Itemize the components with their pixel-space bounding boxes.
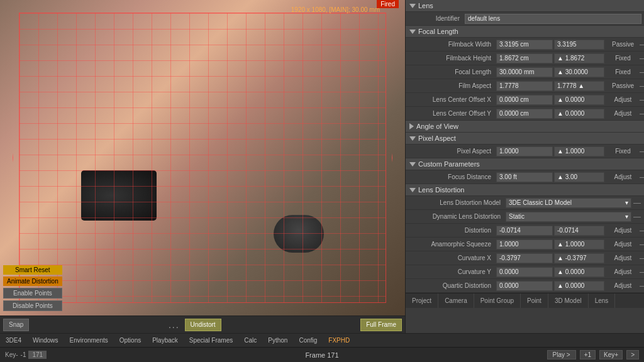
pixel-aspect-label: Pixel Aspect: [408, 148, 496, 155]
aov-label: Angle of View: [416, 123, 458, 130]
filmback-width-row: Filmback Width 3.3195 cm 3.3195 Passive …: [406, 38, 644, 52]
tab-lens[interactable]: Lens: [589, 293, 616, 308]
distortion-arrow[interactable]: -0.0714: [554, 226, 604, 236]
quartic-mode: Adjust: [604, 282, 639, 289]
lens-distortion-header: Lens Distortion: [406, 184, 644, 196]
focal-length-collapse-icon[interactable]: [409, 30, 416, 34]
curvature-x-arrow[interactable]: ▲ -0.3797: [554, 253, 604, 263]
aov-collapse-icon[interactable]: [409, 123, 414, 129]
menu-playback[interactable]: Playback: [150, 337, 180, 344]
viewport-area: 1920 x 1080, [MAIN]; 30.00 mm Fired Smar…: [0, 0, 405, 333]
menu-special-frames[interactable]: Special Frames: [187, 337, 235, 344]
filmback-height-mode: Fixed: [604, 55, 639, 62]
play-button[interactable]: Play >: [547, 350, 576, 359]
filmback-width-arrow[interactable]: 3.3195: [554, 40, 604, 50]
dynamic-lens-label: Dynamic Lens Distortion: [408, 213, 506, 220]
menu-3de4[interactable]: 3DE4: [3, 337, 24, 344]
distortion-frame: [13, 6, 392, 309]
dynamic-lens-value[interactable]: Static ▾: [506, 212, 631, 222]
lens-distortion-model-value[interactable]: 3DE Classic LD Model ▾: [506, 198, 631, 208]
tab-project[interactable]: Project: [406, 293, 438, 308]
filmback-height-minus[interactable]: —: [639, 54, 644, 63]
focal-length-arrow[interactable]: ▲ 30.0000: [554, 67, 604, 77]
film-aspect-minus[interactable]: —: [639, 82, 644, 90]
curvature-y-label: Curvature Y: [408, 268, 496, 275]
curvature-y-minus[interactable]: —: [639, 268, 644, 277]
anamorphic-minus[interactable]: —: [639, 240, 644, 249]
arrow-right-button[interactable]: >: [626, 350, 639, 359]
key-minus-value: -1: [21, 351, 26, 358]
pixel-aspect-row: Pixel Aspect 1.0000 ▲ 1.0000 Fixed —: [406, 145, 644, 158]
lens-collapse-icon[interactable]: [409, 4, 416, 8]
curvature-x-minus[interactable]: —: [639, 254, 644, 263]
menu-fxphd[interactable]: FXPHD: [326, 337, 352, 344]
dynamic-lens-minus[interactable]: —: [633, 212, 641, 221]
distortion-minus[interactable]: —: [639, 226, 644, 235]
enable-points-button[interactable]: Enable Points: [3, 288, 62, 299]
pixel-aspect-collapse-icon[interactable]: [409, 136, 416, 141]
quartic-row: Quartic Distortion 0.0000 ▲ 0.0000 Adjus…: [406, 279, 644, 293]
left-buttons: Smart Reset Animate Distortion Enable Po…: [3, 265, 62, 311]
plus-one-button[interactable]: +1: [580, 350, 596, 359]
filmback-width-minus[interactable]: —: [639, 40, 644, 49]
key-plus-button[interactable]: Key+: [599, 350, 623, 359]
film-aspect-arrow[interactable]: 1.7778 ▲: [554, 81, 604, 91]
custom-params-collapse-icon[interactable]: [409, 162, 416, 167]
quartic-arrow[interactable]: ▲ 0.0000: [554, 281, 604, 291]
curvature-y-arrow[interactable]: ▲ 0.0000: [554, 267, 604, 277]
animate-distortion-button[interactable]: Animate Distortion: [3, 277, 62, 286]
menu-options[interactable]: Options: [117, 337, 143, 344]
anamorphic-arrow[interactable]: ▲ 1.0000: [554, 239, 604, 250]
lens-offset-x-label: Lens Center Offset X: [408, 96, 496, 103]
lens-offset-x-value[interactable]: 0.0000 cm: [496, 95, 553, 105]
pixel-aspect-minus[interactable]: —: [639, 147, 644, 156]
menu-calc[interactable]: Calc: [242, 337, 259, 344]
distortion-value[interactable]: -0.0714: [496, 226, 553, 236]
focus-distance-value[interactable]: 3.00 ft: [496, 172, 553, 182]
curvature-y-value[interactable]: 0.0000: [496, 267, 553, 277]
dots-button[interactable]: ...: [169, 320, 180, 330]
smart-reset-button[interactable]: Smart Reset: [3, 265, 62, 275]
lens-model-minus[interactable]: —: [633, 199, 641, 207]
lens-distortion-collapse-icon[interactable]: [409, 188, 416, 192]
lens-offset-y-value[interactable]: 0.0000 cm: [496, 109, 553, 119]
tab-3d-model[interactable]: 3D Model: [548, 293, 589, 308]
snap-button[interactable]: Snap: [3, 319, 29, 331]
distortion-label: Distortion: [408, 227, 496, 234]
full-frame-button[interactable]: Full Frame: [360, 319, 402, 331]
lens-offset-x-arrow[interactable]: ▲ 0.0000: [554, 95, 604, 105]
anamorphic-value[interactable]: 1.0000: [496, 239, 553, 250]
filmback-height-value[interactable]: 1.8672 cm: [496, 53, 553, 63]
frame-number: 171: [28, 351, 47, 359]
focus-distance-minus[interactable]: —: [639, 173, 644, 182]
pixel-aspect-value[interactable]: 1.0000: [496, 146, 553, 156]
disable-points-button[interactable]: Disable Points: [3, 300, 62, 311]
identifier-value[interactable]: default lens: [465, 14, 641, 24]
filmback-width-label: Filmback Width: [408, 41, 496, 48]
film-aspect-value[interactable]: 1.7778: [496, 81, 553, 91]
tab-point[interactable]: Point: [521, 293, 548, 308]
menu-config[interactable]: Config: [296, 337, 319, 344]
quartic-value[interactable]: 0.0000: [496, 281, 553, 291]
filmback-width-value[interactable]: 3.3195 cm: [496, 40, 553, 50]
tab-point-group[interactable]: Point Group: [474, 293, 521, 308]
filmback-height-arrow[interactable]: ▲ 1.8672: [554, 53, 604, 63]
tab-camera[interactable]: Camera: [438, 293, 474, 308]
undistort-button[interactable]: Undistort: [185, 319, 221, 331]
pixel-aspect-arrow[interactable]: ▲ 1.0000: [554, 146, 604, 156]
lens-offset-x-minus[interactable]: —: [639, 96, 644, 104]
focal-length-value[interactable]: 30.0000 mm: [496, 67, 553, 77]
menu-environments[interactable]: Environments: [67, 337, 111, 344]
curvature-x-value[interactable]: -0.3797: [496, 253, 553, 263]
lens-offset-y-arrow[interactable]: ▲ 0.0000: [554, 109, 604, 119]
menu-python[interactable]: Python: [265, 337, 290, 344]
lens-section-header: Lens: [406, 0, 644, 12]
focus-distance-mode: Adjust: [604, 173, 639, 180]
menu-windows[interactable]: Windows: [30, 337, 61, 344]
quartic-minus[interactable]: —: [639, 282, 644, 290]
focal-length-minus[interactable]: —: [639, 68, 644, 77]
focus-distance-arrow[interactable]: ▲ 3.00: [554, 172, 604, 182]
lens-offset-y-minus[interactable]: —: [639, 109, 644, 118]
focal-length-header: Focal Length: [406, 26, 644, 38]
focal-length-prop-label: Focal Length: [408, 69, 496, 75]
